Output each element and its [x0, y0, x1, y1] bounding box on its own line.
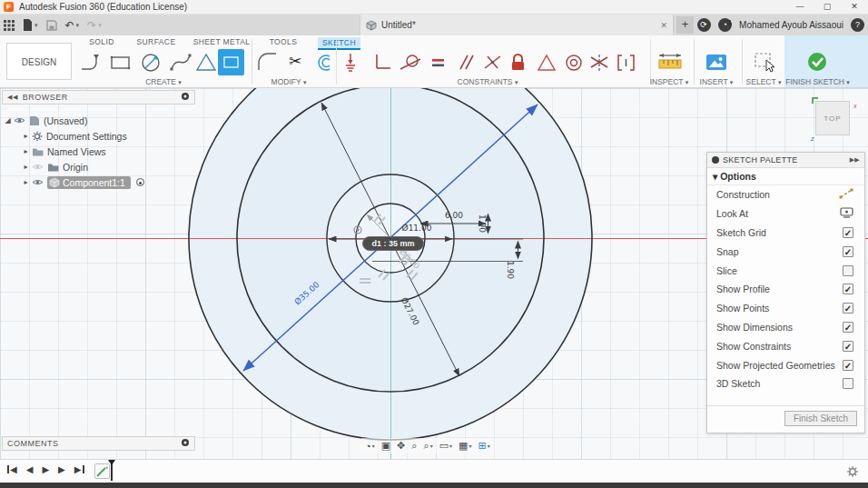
palette-row-show-points[interactable]: Show Points: [707, 299, 864, 318]
timeline-step-forward-button[interactable]: ▶: [58, 464, 65, 474]
palette-row-snap[interactable]: Snap: [707, 242, 864, 261]
app-grid-icon[interactable]: [4, 20, 15, 31]
finish-sketch-button[interactable]: [804, 50, 830, 75]
tab-tools[interactable]: TOOLS: [263, 37, 303, 49]
timeline-step-back-button[interactable]: ◀: [26, 464, 34, 474]
browser-item-named-views[interactable]: ▸ Named Views: [2, 144, 195, 159]
look-at-icon[interactable]: [840, 207, 853, 220]
construction-icon[interactable]: [839, 188, 853, 201]
constraint-concentric[interactable]: [560, 50, 586, 75]
create-polygon-tool[interactable]: [193, 50, 219, 75]
browser-header[interactable]: ◀◀ BROWSER: [2, 90, 195, 105]
document-tab-close-icon[interactable]: ✕: [660, 21, 667, 30]
browser-filter-icon[interactable]: [181, 92, 190, 103]
palette-expand-icon[interactable]: ▶▶: [850, 156, 860, 164]
constraint-fix-lock[interactable]: [505, 50, 530, 75]
undo-button[interactable]: ↶▾: [65, 19, 80, 32]
sketch-palette-header[interactable]: SKETCH PALETTE ▶▶: [707, 153, 864, 168]
document-tab[interactable]: Untitled* ✕: [360, 15, 674, 35]
comments-icon[interactable]: [181, 438, 190, 449]
constraint-coincident[interactable]: [479, 50, 505, 75]
palette-row-look-at[interactable]: Look At: [707, 204, 864, 224]
tab-sheet-metal[interactable]: SHEET METAL: [187, 37, 256, 49]
pan-tool-icon[interactable]: ✥: [397, 440, 405, 452]
insert-image-tool[interactable]: [704, 50, 729, 75]
group-label-finish-sketch[interactable]: FINISH SKETCH ▾: [774, 77, 861, 86]
zoom-tool-icon[interactable]: ⌕: [411, 440, 417, 452]
save-button[interactable]: [46, 20, 57, 31]
sketch-canvas[interactable]: Ø35.00 Ø27.00 Ø6.00 Ø11.00 6.00 1.90 1.9…: [0, 88, 868, 459]
palette-row-show-dimensions[interactable]: Show Dimensions: [707, 318, 864, 337]
group-label-modify[interactable]: MODIFY ▾: [257, 77, 321, 86]
sketch-dimension-tool[interactable]: [340, 50, 366, 75]
dimension-label-11[interactable]: Ø11.00: [402, 224, 432, 233]
tab-surface[interactable]: SURFACE: [133, 37, 180, 49]
show-points-checkbox[interactable]: [843, 303, 853, 314]
zoom-window-tool-icon[interactable]: ⌕▾: [423, 440, 432, 452]
browser-item-document-settings[interactable]: ▸ Document Settings: [2, 128, 195, 144]
settings-gear-icon[interactable]: [846, 465, 859, 482]
palette-row-3d-sketch[interactable]: 3D Sketch: [707, 374, 864, 393]
constraint-symmetry[interactable]: [586, 50, 611, 75]
inspect-measure-tool[interactable]: [656, 50, 682, 75]
create-line-tool[interactable]: [78, 50, 104, 75]
grid-settings-icon[interactable]: ▦▾: [459, 440, 471, 452]
palette-row-show-profile[interactable]: Show Profile: [707, 280, 864, 299]
finish-sketch-palette-button[interactable]: Finish Sketch: [784, 411, 857, 426]
tab-sketch[interactable]: SKETCH: [318, 37, 360, 50]
create-spline-tool[interactable]: [168, 50, 193, 75]
dimension-label-190b[interactable]: 1.90: [506, 261, 515, 279]
slice-checkbox[interactable]: [843, 265, 853, 276]
close-button[interactable]: ✕: [841, 0, 868, 14]
dimension-label-600[interactable]: 6.00: [445, 211, 463, 220]
palette-row-show-projected[interactable]: Show Projected Geometries: [707, 355, 864, 374]
constraint-polygon[interactable]: [533, 50, 558, 75]
selected-component-chip[interactable]: Component1:1: [47, 176, 131, 189]
display-settings-icon[interactable]: ▭▾: [439, 440, 452, 452]
expand-icon[interactable]: ◢: [2, 116, 14, 124]
orbit-tool-icon[interactable]: ◔▾: [365, 441, 375, 452]
visibility-eye-icon[interactable]: [32, 178, 44, 186]
dimension-label-190a[interactable]: 1.90: [478, 214, 487, 233]
snap-checkbox[interactable]: [843, 246, 853, 257]
browser-item-origin[interactable]: ▸ Origin: [2, 159, 195, 174]
palette-row-slice[interactable]: Slice: [707, 261, 864, 280]
palette-row-construction[interactable]: Construction: [707, 185, 864, 204]
show-constraints-checkbox[interactable]: [843, 341, 853, 352]
visibility-eye-icon[interactable]: [32, 163, 44, 171]
visibility-eye-icon[interactable]: [14, 116, 25, 124]
3d-sketch-checkbox[interactable]: [843, 378, 853, 389]
modify-fillet-tool[interactable]: [255, 50, 281, 75]
create-circle-tool[interactable]: [138, 50, 163, 75]
group-label-constraints[interactable]: CONSTRAINTS ▾: [442, 77, 533, 86]
active-sketch-tool[interactable]: [218, 49, 244, 75]
palette-options-section[interactable]: ▾ Options: [707, 168, 864, 185]
redo-button[interactable]: ↷▾: [87, 19, 102, 32]
look-at-tool-icon[interactable]: ▣: [381, 440, 390, 452]
tab-solid[interactable]: SOLID: [80, 37, 123, 49]
group-label-create[interactable]: CREATE ▾: [132, 77, 195, 86]
workspace-selector[interactable]: DESIGN: [6, 43, 72, 80]
maximize-button[interactable]: ▢: [814, 0, 841, 14]
expand-icon[interactable]: ▸: [20, 178, 32, 186]
collapse-panel-icon[interactable]: ◀◀: [7, 94, 18, 101]
new-document-button[interactable]: +: [676, 16, 694, 34]
timeline-play-button[interactable]: ▶: [42, 464, 49, 474]
expand-icon[interactable]: ▸: [20, 163, 32, 171]
constraint-equal[interactable]: [425, 50, 450, 75]
palette-row-show-constraints[interactable]: Show Constraints: [707, 336, 864, 355]
show-projected-checkbox[interactable]: [843, 360, 853, 371]
timeline-sketch-feature[interactable]: [94, 463, 110, 479]
user-account-button[interactable]: Mohamed Ayoub Aissaoui: [739, 20, 843, 30]
constraint-tangent[interactable]: [397, 50, 422, 75]
timeline-position-marker[interactable]: [111, 461, 113, 481]
palette-row-sketch-grid[interactable]: Sketch Grid: [707, 224, 864, 243]
create-rectangle-tool[interactable]: [108, 50, 133, 75]
expand-icon[interactable]: ▸: [20, 132, 32, 140]
file-menu-button[interactable]: ▾: [23, 19, 38, 31]
activate-component-radio[interactable]: [136, 178, 144, 186]
constraint-perpendicular[interactable]: [370, 50, 395, 75]
timeline-go-end-button[interactable]: ▶: [74, 464, 84, 474]
constraint-parallel[interactable]: [452, 50, 478, 75]
expand-icon[interactable]: ▸: [20, 147, 32, 155]
